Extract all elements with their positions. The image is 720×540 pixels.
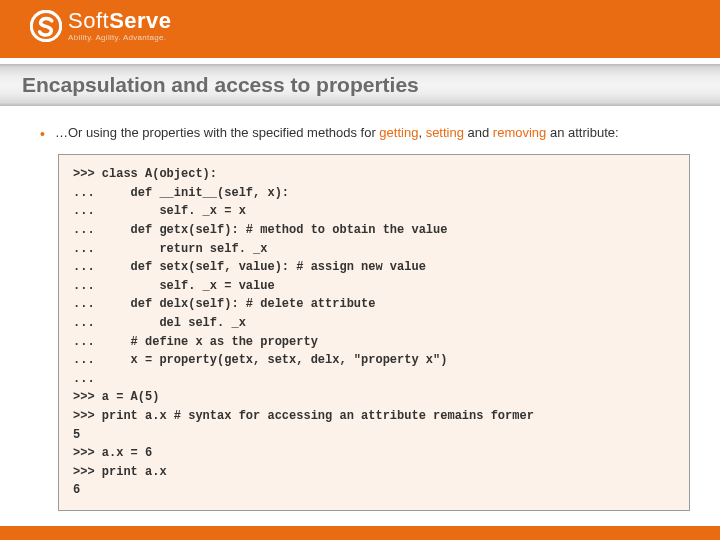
code-block: >>> class A(object): ... def __init__(se… <box>58 154 690 511</box>
logo-name: SoftServe <box>68 10 172 32</box>
header-band: SoftServe Ability. Agility. Advantage. <box>0 0 720 58</box>
bullet-dot-icon: • <box>40 124 45 144</box>
content-area: • …Or using the properties with the spec… <box>0 106 720 511</box>
bullet-item: • …Or using the properties with the spec… <box>40 124 690 144</box>
logo: SoftServe Ability. Agility. Advantage. <box>30 10 172 42</box>
title-band: Encapsulation and access to properties <box>0 64 720 106</box>
page-title: Encapsulation and access to properties <box>22 73 419 97</box>
logo-s-icon <box>30 10 62 42</box>
bullet-text: …Or using the properties with the specif… <box>55 124 619 143</box>
logo-tagline: Ability. Agility. Advantage. <box>68 34 172 42</box>
footer-band <box>0 526 720 540</box>
